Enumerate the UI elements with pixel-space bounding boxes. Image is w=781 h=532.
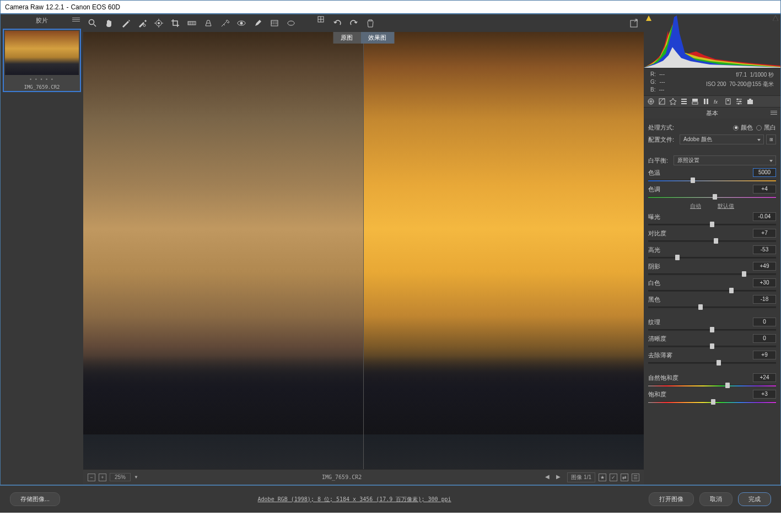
highlights-thumb[interactable] xyxy=(675,255,680,260)
tab-snapshots[interactable] xyxy=(745,96,755,106)
transform-tool-icon[interactable] xyxy=(203,18,213,28)
shadows-thumb[interactable] xyxy=(742,271,746,277)
treatment-color-radio[interactable]: 颜色 xyxy=(733,123,753,132)
saturation-value[interactable]: +3 xyxy=(753,390,776,399)
profile-browser-button[interactable]: ⊞ xyxy=(766,135,776,144)
clarity-value[interactable]: 0 xyxy=(753,334,776,343)
slider-vibrance[interactable]: 自然饱和度+24 xyxy=(648,373,776,388)
adjustment-brush-tool-icon[interactable] xyxy=(253,18,263,28)
highlight-clip-icon[interactable] xyxy=(773,15,778,21)
thumbnail[interactable]: • • • • • IMG_7659.CR2 xyxy=(1,26,83,94)
color-sampler-tool-icon[interactable] xyxy=(137,18,147,28)
zoom-tool-icon[interactable] xyxy=(88,18,98,28)
thumbnail-rating[interactable]: • • • • • xyxy=(5,75,79,82)
tab-presets[interactable] xyxy=(734,96,744,106)
panel-menu-icon[interactable] xyxy=(771,111,777,115)
redeye-tool-icon[interactable] xyxy=(236,18,246,28)
blacks-value[interactable]: -18 xyxy=(753,295,776,304)
spot-removal-tool-icon[interactable] xyxy=(220,18,230,28)
filmstrip-menu-icon[interactable] xyxy=(72,18,80,22)
vibrance-value[interactable]: +24 xyxy=(753,373,776,382)
slider-contrast[interactable]: 对比度+7 xyxy=(648,229,776,244)
contrast-thumb[interactable] xyxy=(714,238,718,244)
zoom-level[interactable]: 25% xyxy=(110,473,131,481)
cancel-button[interactable]: 取消 xyxy=(699,492,732,506)
slider-saturation[interactable]: 饱和度+3 xyxy=(648,390,776,405)
slider-temp[interactable]: 色温5000 xyxy=(648,168,776,183)
tab-calibration[interactable] xyxy=(723,96,733,106)
sync-icon[interactable]: ⇄ xyxy=(621,474,628,481)
tab-effects[interactable]: fx xyxy=(712,96,722,106)
save-image-button[interactable]: 存储图像... xyxy=(10,492,60,506)
zoom-in-button[interactable]: + xyxy=(99,474,106,481)
tab-split-tone[interactable] xyxy=(690,96,700,106)
slider-tint[interactable]: 色调+4 xyxy=(648,185,776,200)
highlights-value[interactable]: -53 xyxy=(753,245,776,254)
svg-rect-13 xyxy=(692,99,698,101)
redo-icon[interactable] xyxy=(349,18,359,28)
tint-value[interactable]: +4 xyxy=(753,185,776,194)
slider-shadows[interactable]: 阴影+49 xyxy=(648,262,776,277)
shadows-value[interactable]: +49 xyxy=(753,262,776,271)
done-button[interactable]: 完成 xyxy=(738,492,771,506)
select-all-icon[interactable]: ✓ xyxy=(610,474,617,481)
radial-filter-tool-icon[interactable] xyxy=(286,18,296,28)
tab-basic[interactable] xyxy=(646,96,656,106)
export-icon[interactable] xyxy=(629,18,639,28)
hand-tool-icon[interactable] xyxy=(104,18,114,28)
profile-dropdown[interactable]: Adobe 颜色 xyxy=(680,135,764,144)
zoom-dropdown-icon[interactable]: ▼ xyxy=(134,475,138,480)
workflow-options-link[interactable]: Adobe RGB (1998); 8 位; 5184 x 3456 (17.9… xyxy=(60,496,649,503)
exposure-value[interactable]: -0.04 xyxy=(753,212,776,221)
slider-exposure[interactable]: 曝光-0.04 xyxy=(648,212,776,227)
slider-blacks[interactable]: 黑色-18 xyxy=(648,295,776,310)
graduated-filter-tool-icon[interactable] xyxy=(270,18,279,28)
auto-link[interactable]: 自动 xyxy=(690,202,701,210)
dehaze-thumb[interactable] xyxy=(717,360,721,366)
texture-value[interactable]: 0 xyxy=(753,318,776,326)
tab-lens[interactable] xyxy=(701,96,711,106)
straighten-tool-icon[interactable] xyxy=(187,18,197,28)
slider-clarity[interactable]: 清晰度0 xyxy=(648,334,776,349)
texture-thumb[interactable] xyxy=(710,327,714,332)
next-image-icon[interactable]: ▶ xyxy=(556,474,564,481)
dehaze-value[interactable]: +9 xyxy=(753,351,776,359)
slider-dehaze[interactable]: 去除薄雾+9 xyxy=(648,351,776,366)
open-image-button[interactable]: 打开图像 xyxy=(649,492,694,506)
settings-icon[interactable]: ☰ xyxy=(632,474,639,481)
trash-icon[interactable] xyxy=(365,18,375,28)
tab-detail[interactable] xyxy=(668,96,678,106)
clarity-thumb[interactable] xyxy=(710,343,714,349)
preview-area[interactable]: 原图 效果图 xyxy=(83,32,644,469)
contrast-value[interactable]: +7 xyxy=(753,229,776,238)
temp-value[interactable]: 5000 xyxy=(753,168,776,177)
whites-value[interactable]: +30 xyxy=(753,278,776,287)
target-adjust-tool-icon[interactable] xyxy=(154,18,164,28)
default-link[interactable]: 默认值 xyxy=(718,202,734,210)
profile-label: 配置文件: xyxy=(648,136,674,144)
wb-dropdown[interactable]: 原照设置 xyxy=(674,155,776,165)
blacks-thumb[interactable] xyxy=(698,304,703,310)
treatment-bw-radio[interactable]: 黑白 xyxy=(756,123,776,132)
saturation-thumb[interactable] xyxy=(711,399,715,405)
zoom-out-button[interactable]: − xyxy=(88,474,95,481)
rating-icon[interactable]: ★ xyxy=(599,474,606,481)
slider-highlights[interactable]: 高光-53 xyxy=(648,245,776,260)
prev-image-icon[interactable]: ◀ xyxy=(545,474,553,481)
crop-tool-icon[interactable] xyxy=(170,18,180,28)
preview-toggle-icon[interactable] xyxy=(316,18,326,28)
slider-texture[interactable]: 纹理0 xyxy=(648,318,776,332)
tint-thumb[interactable] xyxy=(713,194,717,200)
histogram[interactable] xyxy=(644,14,780,68)
tab-hsl[interactable] xyxy=(679,96,689,106)
whites-thumb[interactable] xyxy=(729,288,734,293)
shadow-clip-icon[interactable] xyxy=(646,15,651,21)
white-balance-tool-icon[interactable] xyxy=(121,18,131,28)
temp-thumb[interactable] xyxy=(691,178,695,183)
svg-point-8 xyxy=(288,21,294,25)
vibrance-thumb[interactable] xyxy=(725,383,730,388)
tab-curve[interactable] xyxy=(657,96,667,106)
slider-whites[interactable]: 白色+30 xyxy=(648,278,776,293)
exposure-thumb[interactable] xyxy=(710,222,714,227)
undo-icon[interactable] xyxy=(332,18,342,28)
